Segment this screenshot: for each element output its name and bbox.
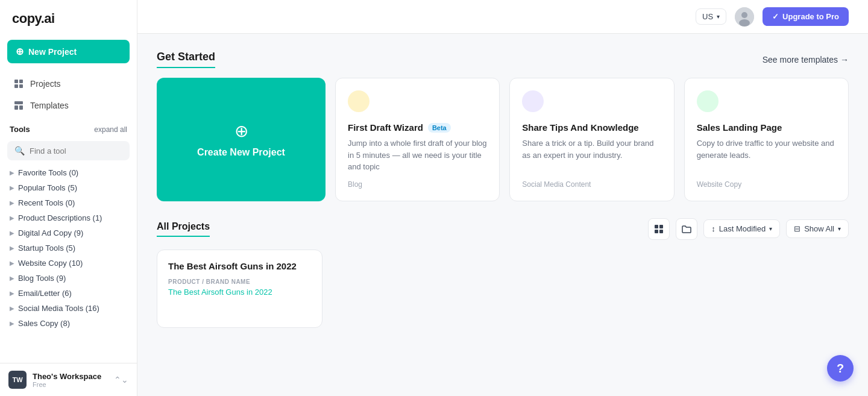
grid-view-toggle[interactable]: [648, 218, 670, 240]
workspace-selector[interactable]: TW Theo's Workspace Free ⌃⌄: [0, 363, 137, 396]
workspace-info: TW Theo's Workspace Free: [8, 371, 101, 389]
tool-search-box: 🔍: [7, 141, 130, 160]
tool-group-social[interactable]: ▶ Social Media Tools (16): [7, 301, 130, 316]
language-selector[interactable]: US ▾: [696, 8, 726, 25]
all-projects-title: All Projects: [157, 221, 210, 237]
see-more-templates-link[interactable]: See more templates →: [763, 55, 849, 64]
template-name: Sales Landing Page: [697, 122, 836, 133]
expand-all-link[interactable]: expand all: [94, 125, 127, 134]
svg-point-10: [348, 90, 370, 112]
tool-group-digital-ad[interactable]: ▶ Digital Ad Copy (9): [7, 225, 130, 240]
sort-label: Last Modified: [719, 224, 766, 233]
svg-rect-18: [655, 230, 658, 233]
search-input[interactable]: [30, 146, 122, 156]
tool-group-startup[interactable]: ▶ Startup Tools (5): [7, 240, 130, 256]
new-project-button[interactable]: ⊕ New Project: [7, 40, 130, 63]
create-project-label: Create New Project: [197, 147, 285, 158]
template-description: Share a trick or a tip. Build your brand…: [522, 137, 661, 173]
shield-check-icon: ✓: [772, 12, 779, 21]
svg-rect-3: [19, 84, 23, 88]
upgrade-button[interactable]: ✓ Upgrade to Pro: [763, 7, 849, 26]
templates-label: Templates: [30, 101, 69, 110]
tools-title: Tools: [10, 125, 30, 134]
project-field-value: The Best Airsoft Guns in 2022: [168, 288, 311, 297]
see-more-label: See more templates: [763, 55, 838, 64]
chevron-down-icon: ▾: [717, 13, 720, 20]
sidebar: copy.ai ⊕ New Project Projects: [0, 0, 137, 396]
chevron-icon: ▶: [10, 320, 14, 327]
project-title: The Best Airsoft Guns in 2022: [168, 261, 311, 271]
sort-button[interactable]: ↕ Last Modified ▾: [703, 219, 780, 238]
sidebar-nav: Projects Templates: [0, 71, 137, 119]
chevron-updown-icon: ⌃⌄: [114, 375, 128, 385]
tools-section: Tools expand all 🔍 ▶ Favorite Tools (0) …: [0, 119, 137, 363]
filter-button[interactable]: ⊟ Show All ▾: [786, 219, 849, 238]
help-icon: ?: [837, 362, 844, 376]
tools-header: Tools expand all: [7, 121, 130, 137]
svg-point-9: [739, 19, 750, 27]
chevron-icon: ▶: [10, 260, 14, 266]
template-description: Copy to drive traffic to your website an…: [697, 137, 836, 173]
layout-icon: [13, 100, 24, 111]
plus-icon: ⊕: [16, 46, 24, 57]
tool-group-website-copy[interactable]: ▶ Website Copy (10): [7, 256, 130, 271]
tool-group-label: Blog Tools (9): [18, 274, 66, 283]
all-projects-section: All Projects: [157, 218, 849, 328]
svg-rect-2: [14, 84, 18, 88]
workspace-name: Theo's Workspace: [33, 372, 101, 381]
workspace-initials: TW: [12, 376, 22, 383]
tool-group-favorite[interactable]: ▶ Favorite Tools (0): [7, 165, 130, 180]
chevron-down-icon: ▾: [769, 225, 772, 232]
filter-label: Show All: [804, 224, 834, 233]
tools-list: ▶ Favorite Tools (0) ▶ Popular Tools (5)…: [7, 165, 130, 363]
sidebar-item-templates[interactable]: Templates: [7, 95, 130, 116]
main-content: Get Started See more templates → ⊕ Creat…: [137, 34, 868, 396]
tool-group-label: Favorite Tools (0): [18, 168, 78, 177]
template-name: Share Tips And Knowledge: [522, 122, 661, 133]
template-card-first-draft[interactable]: ✏️ First Draft Wizard Beta Jump into a w…: [335, 78, 500, 201]
tool-group-label: Social Media Tools (16): [18, 304, 99, 313]
tool-group-recent[interactable]: ▶ Recent Tools (0): [7, 195, 130, 210]
projects-controls: ↕ Last Modified ▾ ⊟ Show All ▾: [648, 218, 849, 240]
sort-icon: ↕: [711, 224, 715, 233]
chevron-icon: ▶: [10, 230, 14, 236]
template-icon: 💲: [697, 90, 836, 116]
project-field-label: PRODUCT / BRAND NAME: [168, 278, 311, 285]
logo-text: copy.ai: [12, 11, 55, 27]
projects-section-header: All Projects: [157, 218, 849, 240]
tool-group-blog[interactable]: ▶ Blog Tools (9): [7, 271, 130, 286]
svg-rect-6: [19, 105, 23, 110]
tool-group-product-desc[interactable]: ▶ Product Descriptions (1): [7, 210, 130, 225]
user-avatar[interactable]: [735, 7, 754, 27]
sidebar-item-projects[interactable]: Projects: [7, 73, 130, 95]
template-card-sales-landing[interactable]: 💲 Sales Landing Page Copy to drive traff…: [684, 78, 849, 201]
section-header: Get Started See more templates →: [157, 51, 849, 68]
chevron-down-icon: ▾: [838, 225, 841, 232]
workspace-avatar: TW: [8, 371, 27, 389]
tool-group-label: Digital Ad Copy (9): [18, 228, 83, 237]
chevron-icon: ▶: [10, 275, 14, 281]
projects-label: Projects: [30, 79, 61, 89]
create-project-card[interactable]: ⊕ Create New Project: [157, 78, 326, 201]
project-card[interactable]: The Best Airsoft Guns in 2022 PRODUCT / …: [157, 250, 322, 328]
template-card-share-tips[interactable]: 💡 Share Tips And Knowledge Share a trick…: [509, 78, 674, 201]
project-card-body: PRODUCT / BRAND NAME The Best Airsoft Gu…: [157, 278, 322, 305]
svg-point-14: [697, 90, 719, 112]
tool-group-label: Startup Tools (5): [18, 244, 75, 253]
tool-group-email[interactable]: ▶ Email/Letter (6): [7, 286, 130, 301]
tool-group-sales[interactable]: ▶ Sales Copy (8): [7, 316, 130, 331]
search-icon: 🔍: [14, 146, 25, 156]
folder-view-toggle[interactable]: [676, 218, 697, 240]
svg-point-12: [522, 90, 544, 112]
svg-rect-16: [655, 225, 658, 228]
new-project-label: New Project: [28, 47, 77, 57]
language-label: US: [702, 12, 713, 21]
chevron-icon: ▶: [10, 245, 14, 251]
template-category: Social Media Content: [522, 180, 661, 189]
help-button[interactable]: ?: [827, 355, 854, 382]
plus-circle-icon: ⊕: [234, 121, 248, 141]
svg-rect-1: [19, 80, 23, 83]
tool-group-label: Website Copy (10): [18, 259, 83, 268]
template-category: Blog: [348, 180, 487, 189]
tool-group-popular[interactable]: ▶ Popular Tools (5): [7, 180, 130, 195]
